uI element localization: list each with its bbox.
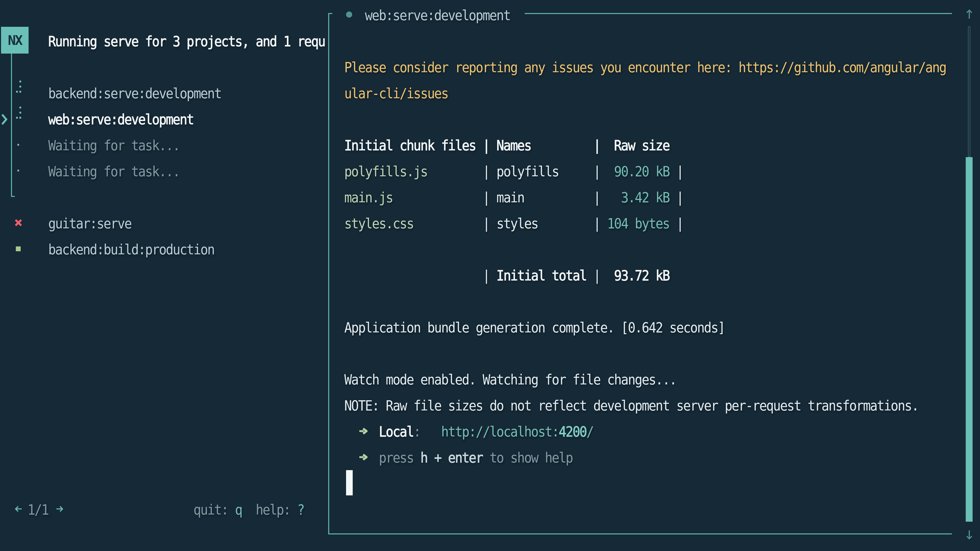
cell-pad: [344, 268, 483, 284]
cell-size: 90.20 kB: [607, 164, 670, 180]
pad: [344, 424, 379, 440]
quit-label: quit:: [193, 502, 235, 518]
task-success-icon: [16, 246, 21, 251]
task-guitar-serve[interactable]: guitar:serve: [48, 209, 131, 238]
cell-separator: |: [483, 189, 496, 206]
note-message: NOTE: Raw file sizes do not reflect deve…: [344, 391, 918, 420]
panel-border-bottom: [328, 534, 952, 534]
cell-file: styles.css: [344, 216, 483, 232]
task-tree-line: [11, 54, 15, 197]
cell-separator: |: [593, 164, 607, 180]
local-url-slash[interactable]: /: [587, 424, 593, 440]
cell-separator: |: [670, 189, 683, 206]
waiting-dot-icon: [18, 170, 19, 171]
spinner-dot: [16, 91, 18, 93]
cell-separator: |: [593, 189, 607, 206]
statusbar: quit: q help: ?: [193, 495, 304, 524]
pad: [344, 450, 379, 466]
table-total-row: | Initial total | 93.72 kB: [344, 261, 670, 290]
panel-border-left: [328, 13, 329, 534]
cell-name: styles: [496, 216, 593, 232]
total-value: 93.72 kB: [607, 268, 670, 284]
panel-border-top-corner: [328, 13, 332, 14]
run-summary-title: Running serve for 3 projects, and 1 requ: [48, 27, 327, 56]
help-suffix: to show help: [483, 450, 573, 466]
spinner-dot: [19, 91, 21, 93]
scroll-down-icon[interactable]: [966, 530, 977, 540]
table-row: main.js | main | 3.42 kB |: [344, 183, 683, 212]
table-row: polyfills.js | polyfills | 90.20 kB |: [344, 157, 683, 186]
spinner-dot: [19, 112, 21, 114]
cell-separator: |: [483, 164, 496, 180]
help-press-label: press: [379, 450, 421, 466]
spinner-icon: [16, 79, 21, 93]
cell-separator: |: [670, 164, 683, 180]
task-backend-serve[interactable]: backend:serve:development: [48, 79, 221, 108]
cell-size: 104 bytes: [607, 216, 670, 232]
task-waiting-1[interactable]: Waiting for task...: [48, 131, 180, 160]
total-label: Initial total: [496, 268, 593, 284]
table-header: Initial chunk files | Names | Raw size: [344, 131, 670, 160]
bundle-complete-message: Application bundle generation complete. …: [344, 313, 725, 342]
spinner-dot: [16, 117, 18, 119]
help-key[interactable]: ?: [298, 502, 304, 518]
selected-task-pointer-icon: [1, 114, 7, 125]
panel-status-dot: [346, 11, 352, 17]
local-url[interactable]: http://localhost:: [441, 424, 558, 440]
cell-size: 3.42 kB: [607, 189, 670, 206]
pager-next-icon[interactable]: [56, 505, 63, 513]
watch-mode-message: Watch mode enabled. Watching for file ch…: [344, 365, 676, 394]
cell-separator: |: [483, 216, 496, 232]
cell-separator: |: [593, 216, 607, 232]
scrollbar-thumb[interactable]: [966, 157, 973, 522]
help-label: help:: [256, 502, 298, 518]
table-row: styles.css | styles | 104 bytes |: [344, 209, 683, 238]
cell-separator: |: [593, 268, 607, 284]
cell-name: polyfills: [496, 164, 593, 180]
cell-name: main: [496, 189, 593, 206]
terminal-cursor: [346, 470, 353, 495]
help-hint-line: press h + enter to show help: [344, 443, 573, 472]
statusbar-gap: [242, 502, 256, 518]
task-waiting-2[interactable]: Waiting for task...: [48, 157, 180, 186]
panel-border-top: [525, 13, 952, 14]
notice-line-1: Please consider reporting any issues you…: [344, 53, 946, 82]
nx-logo: NX: [1, 27, 29, 54]
task-failed-icon: [15, 219, 22, 226]
scroll-up-icon[interactable]: [966, 10, 977, 19]
spinner-dot: [19, 81, 21, 83]
cell-file: polyfills.js: [344, 164, 483, 180]
pager-prev-icon[interactable]: [15, 505, 22, 513]
spinner-dot: [19, 86, 21, 87]
local-label: Local: [379, 424, 414, 440]
local-url-line: Local: http://localhost:4200/: [344, 417, 593, 446]
panel-title: web:serve:development: [365, 1, 510, 30]
waiting-dot-icon: [18, 144, 19, 146]
cell-file: main.js: [344, 189, 483, 206]
local-colon: :: [414, 424, 420, 440]
pager-label: 1/1: [27, 495, 48, 524]
help-keys: h + enter: [420, 450, 483, 466]
spinner-dot: [19, 117, 21, 119]
quit-key[interactable]: q: [235, 502, 242, 518]
spinner-dot: [19, 106, 21, 108]
notice-line-2: ular-cli/issues: [344, 79, 448, 108]
spinner-icon: [16, 106, 21, 119]
local-port[interactable]: 4200: [558, 424, 586, 440]
cell-separator: |: [483, 268, 496, 284]
cell-separator: |: [670, 216, 683, 232]
task-web-serve-selected[interactable]: web:serve:development: [48, 105, 193, 134]
scrollbar-track[interactable]: [968, 27, 970, 157]
pad: [420, 424, 441, 440]
task-backend-build[interactable]: backend:build:production: [48, 235, 214, 264]
